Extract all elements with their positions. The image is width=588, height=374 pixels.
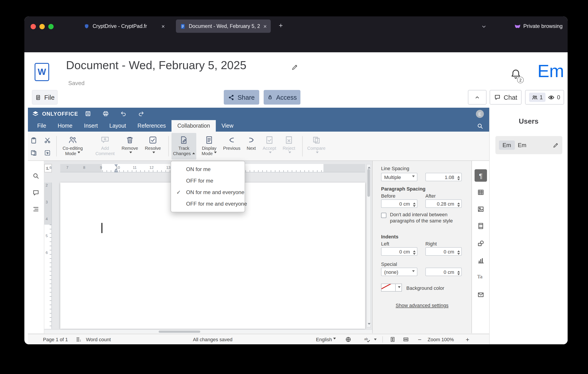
tab-close-icon[interactable]: ×: [263, 23, 267, 29]
rename-pencil-icon[interactable]: [291, 64, 298, 71]
page-indicator[interactable]: Page 1 of 1: [43, 334, 68, 344]
save-icon[interactable]: [85, 110, 91, 117]
mail-merge-settings-icon[interactable]: [477, 291, 484, 298]
print-icon[interactable]: [102, 110, 109, 117]
zoom-in-button[interactable]: +: [466, 334, 469, 344]
navigation-headings-icon[interactable]: [32, 206, 40, 213]
menu-tab-file[interactable]: File: [32, 120, 52, 132]
special-amount-spinner[interactable]: 0 cm: [425, 268, 462, 276]
cut-scissors-icon[interactable]: [44, 137, 51, 144]
line-spacing-select[interactable]: Multiple: [381, 173, 417, 181]
menu-item-off-for-me-and-everyone[interactable]: OFF for me and everyone: [171, 198, 245, 210]
spacing-before-spinner[interactable]: 0 cm: [381, 199, 417, 208]
macos-close-button[interactable]: [31, 24, 36, 29]
menu-tab-collaboration[interactable]: Collaboration: [171, 120, 216, 132]
tab-cryptdrive[interactable]: CryptDrive - CryptPad.fr ×: [80, 20, 169, 33]
edit-name-pencil-icon[interactable]: [553, 142, 559, 148]
macos-zoom-button[interactable]: [48, 24, 54, 29]
access-button[interactable]: Access: [264, 90, 300, 104]
shape-settings-icon[interactable]: [477, 240, 484, 247]
compare-button[interactable]: Compare: [304, 133, 329, 159]
paragraph-settings-icon[interactable]: ¶: [474, 169, 487, 182]
track-changes-button[interactable]: Track Changes: [171, 133, 196, 159]
indent-right-spinner[interactable]: 0 cm: [425, 247, 462, 256]
tab-close-icon[interactable]: ×: [161, 23, 165, 29]
line-spacing-amount-spinner[interactable]: 1.08: [425, 173, 462, 181]
menu-item-off-for-me[interactable]: OFF for me: [171, 175, 245, 187]
display-mode-button[interactable]: Display Mode: [197, 133, 221, 159]
ruler-vertical[interactable]: 21123456: [44, 183, 52, 329]
document-title[interactable]: Document - Wed, February 5, 2025: [66, 59, 246, 72]
interval-checkbox[interactable]: [381, 213, 386, 218]
reject-button[interactable]: Reject: [276, 133, 301, 159]
spell-checking-chevron-icon[interactable]: [374, 339, 377, 342]
paste-icon[interactable]: [30, 137, 37, 144]
copy-icon[interactable]: [30, 149, 37, 156]
zoom-level[interactable]: Zoom 100%: [428, 334, 454, 344]
menu-item-on-for-me-and-everyone[interactable]: ✓ON for me and everyone: [171, 187, 245, 198]
fit-page-icon[interactable]: [389, 336, 396, 343]
image-settings-icon[interactable]: [477, 206, 484, 213]
left-tool-strip: [28, 161, 44, 334]
resolve-button[interactable]: Resolve: [140, 133, 165, 159]
spell-checking-icon[interactable]: ab: [364, 336, 370, 343]
left-indent-marker[interactable]: [114, 171, 118, 172]
tab-title: CryptDrive - CryptPad.fr: [93, 23, 158, 29]
user-avatar[interactable]: Em: [537, 61, 564, 81]
menu-tab-insert[interactable]: Insert: [78, 120, 104, 132]
text-art-settings-icon[interactable]: Ta: [477, 273, 483, 280]
horizontal-scroll-thumb[interactable]: [159, 330, 200, 332]
table-settings-icon[interactable]: [477, 189, 484, 196]
word-count-icon[interactable]: 1: [76, 336, 82, 343]
collapse-toolbar-button[interactable]: [468, 90, 486, 104]
tab-document[interactable]: Document - Wed, February 5, 2025 ×: [176, 20, 271, 33]
select-all-icon[interactable]: [44, 149, 51, 156]
spacing-after-spinner[interactable]: 0.28 cm: [425, 199, 462, 208]
private-browsing-mask-icon: [514, 23, 521, 30]
word-count-label[interactable]: Word count: [86, 334, 111, 344]
first-line-indent-marker[interactable]: [114, 164, 118, 167]
menu-tab-home[interactable]: Home: [52, 120, 78, 132]
presence-counts[interactable]: 1 0: [525, 90, 564, 104]
undo-icon[interactable]: [120, 110, 127, 117]
chat-button[interactable]: Chat: [490, 90, 522, 104]
background-color-swatch[interactable]: [381, 284, 396, 291]
menu-tab-view[interactable]: View: [216, 120, 239, 132]
macos-minimize-button[interactable]: [40, 24, 45, 29]
share-button[interactable]: Share: [224, 90, 259, 104]
menu-tab-layout[interactable]: Layout: [104, 120, 132, 132]
set-language-globe-icon[interactable]: [345, 336, 351, 343]
scroll-up-arrow[interactable]: [368, 165, 370, 168]
hanging-indent-marker[interactable]: [114, 168, 118, 171]
chart-settings-icon[interactable]: [477, 257, 484, 264]
indent-left-spinner[interactable]: 0 cm: [381, 247, 417, 256]
vertical-scroll-thumb[interactable]: [367, 169, 370, 197]
comments-icon[interactable]: [32, 189, 40, 196]
menu-tab-references[interactable]: References: [132, 120, 172, 132]
co-editing-mode-button[interactable]: Co-editing Mode: [60, 133, 85, 159]
zoom-out-button[interactable]: −: [418, 334, 421, 344]
redo-icon[interactable]: [138, 110, 145, 117]
background-color-dropdown[interactable]: [396, 284, 402, 291]
show-advanced-settings-link[interactable]: Show advanced settings: [373, 303, 472, 308]
header-footer-settings-icon[interactable]: [477, 222, 484, 229]
language-selector[interactable]: English: [316, 334, 336, 344]
fit-width-icon[interactable]: [403, 336, 409, 343]
users-panel: Users Em Em: [489, 108, 568, 344]
user-list-item[interactable]: Em Em: [495, 136, 562, 154]
horizontal-scrollbar[interactable]: [44, 329, 372, 333]
editor-search-icon[interactable]: [477, 123, 483, 129]
svg-text:1: 1: [80, 339, 81, 342]
find-icon[interactable]: [32, 172, 40, 179]
chevron-down-icon: [214, 151, 217, 155]
special-select[interactable]: (none): [381, 268, 417, 276]
file-button[interactable]: File: [32, 90, 58, 104]
menu-item-on-for-me[interactable]: ON for me: [171, 164, 245, 175]
remove-button[interactable]: Remove: [117, 133, 142, 159]
new-tab-button[interactable]: +: [279, 22, 283, 30]
add-comment-button[interactable]: Add Comment: [93, 133, 117, 159]
list-all-tabs-chevron-icon[interactable]: [481, 23, 487, 30]
scroll-down-arrow[interactable]: [368, 323, 370, 326]
vertical-scrollbar[interactable]: [367, 164, 371, 327]
editor-user-avatar[interactable]: E: [476, 110, 484, 118]
